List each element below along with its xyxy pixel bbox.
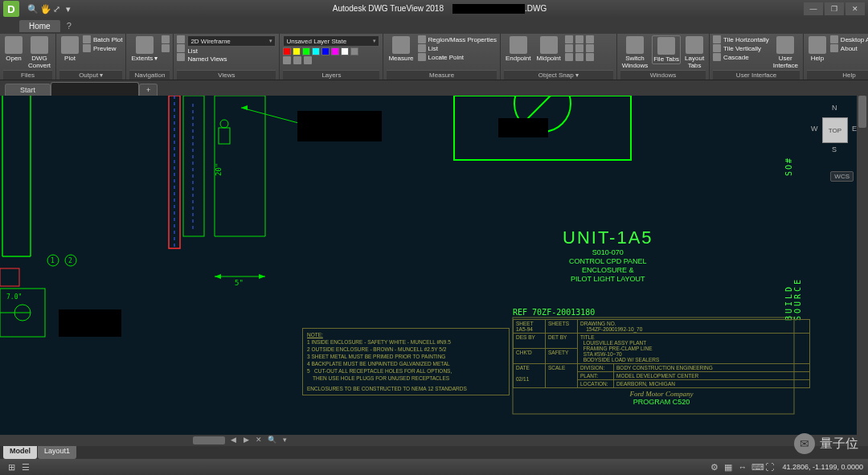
info-icon [830,44,838,52]
scroll-zoom-icon[interactable]: 🔍 [267,436,276,445]
maximize-button[interactable]: ❐ [825,2,844,15]
nav-orbit-button[interactable] [162,44,170,52]
nav-pan-button[interactable] [162,35,170,43]
status-icon[interactable]: ⌨ [751,462,760,473]
scroll-left-icon[interactable]: ◀ [228,436,238,445]
plot-button[interactable]: Plot [59,35,80,63]
cascade-button[interactable]: Cascade [713,53,769,61]
layer-state-combo[interactable]: Unsaved Layer State▾ [283,35,379,47]
open-button[interactable]: Open [3,35,24,63]
list-button[interactable]: List [187,47,276,55]
visual-style-icon [177,35,185,43]
user-interface-button[interactable]: User Interface [772,35,800,70]
tile-vert-button[interactable]: Tile Vertically [713,44,769,52]
tab-start[interactable]: Start [5,84,51,96]
tab-layout1[interactable]: Layout1 [38,446,76,459]
switch-windows-button[interactable]: Switch Windows [620,35,649,70]
named-views-button[interactable] [177,53,185,61]
panel-views: 2D Wireframe▾ List Named Views Views [174,34,280,80]
status-model-icon[interactable]: ⊞ [8,462,17,473]
minimize-button[interactable]: — [804,2,823,15]
redacted-block [297,111,382,141]
qat-extents-icon[interactable]: ⤢ [53,4,63,14]
svg-rect-29 [0,268,19,286]
panel-title-measure: Measure [387,70,497,80]
layer-lock-icon[interactable] [304,56,312,64]
measure-list-button[interactable]: List [418,44,497,52]
layout-tabs-icon [686,36,703,54]
status-grid-icon[interactable]: ☰ [22,462,31,473]
measure-button[interactable]: Measure [387,35,415,63]
status-icon[interactable]: ⚙ [710,462,719,473]
scroll-close-icon[interactable]: ✕ [254,436,264,445]
batch-plot-button[interactable]: Batch Plot [83,35,122,43]
snap-more-1[interactable] [565,35,613,43]
ribbon-help-icon[interactable]: ? [67,21,72,31]
layout-tabs-button[interactable]: Layout Tabs [683,35,706,70]
panel-title-snap[interactable]: Object Snap ▾ [504,70,613,80]
panel-title-output[interactable]: Output ▾ [59,70,122,80]
wechat-icon: ✉ [794,433,815,454]
list-icon [418,44,426,52]
snap-more-2[interactable] [565,44,613,52]
horizontal-scrollbar[interactable]: ◀ ▶ ✕ 🔍 ▾ [0,435,868,446]
viewcube-north[interactable]: N [832,104,837,112]
tab-model[interactable]: Model [3,446,37,459]
about-button[interactable]: About [830,44,868,52]
vertical-scrollbar[interactable] [857,96,868,446]
list-views-button[interactable] [177,44,185,52]
region-props-button[interactable]: Region/Mass Properties [418,35,497,43]
panel-title-views: Views [177,70,276,80]
qat-dropdown-icon[interactable]: ▾ [66,4,76,14]
file-tabs-button[interactable]: File Tabs [652,35,681,64]
panel-output: Plot Batch Plot Preview Output ▾ [56,34,126,80]
help-button[interactable]: Help [807,35,828,63]
scrollbar-thumb[interactable] [193,436,225,444]
preview-button[interactable]: Preview [83,44,122,52]
panel-windows: Switch Windows File Tabs Layout Tabs Win… [617,34,710,80]
title-block: SHEET1A5-94 SHEETS DRAWING NO. 154ZF-200… [513,319,810,406]
tab-new[interactable]: + [139,84,158,96]
svg-text:7.0": 7.0" [6,293,22,301]
viewcube-south[interactable]: S [832,145,837,154]
locate-icon [418,53,426,61]
ribbon-tab-strip: Home ? [0,18,868,34]
folder-open-icon [5,36,23,54]
visual-style-button[interactable] [177,35,185,43]
endpoint-button[interactable]: Endpoint [504,35,533,63]
qat-zoom-icon[interactable]: 🔍 [27,4,37,14]
visual-style-combo[interactable]: 2D Wireframe▾ [187,35,276,47]
tab-home[interactable]: Home [19,20,60,32]
viewcube-top[interactable]: TOP [822,117,848,143]
wcs-badge[interactable]: WCS [830,171,854,182]
panel-measure: Measure Region/Mass Properties List Loca… [383,34,501,80]
drawing-viewport[interactable]: 20" 5" 1 2 7.0" UNIT-1A5 S010-070 CONTR [0,96,868,446]
qat-pan-icon[interactable]: 🖐 [40,4,50,14]
status-icon[interactable]: ⛶ [765,462,774,473]
view-cube[interactable]: N S E W TOP [807,99,863,163]
viewcube-west[interactable]: W [811,125,818,133]
desktop-analytics-button[interactable]: Desktop Analytics [830,35,868,43]
layer-freeze-icon[interactable] [293,56,301,64]
dwg-convert-button[interactable]: DWG Convert [27,35,52,70]
panel-title-layers: Layers [283,70,379,80]
pan-icon [162,35,170,43]
named-views-label[interactable]: Named Views [187,55,276,63]
tab-current-drawing[interactable] [51,82,139,96]
scroll-right-icon[interactable]: ▶ [241,436,251,445]
status-icon[interactable]: ↔ [738,462,747,473]
snap-more-3[interactable] [565,53,613,61]
layer-color-swatches[interactable] [283,47,379,55]
close-button[interactable]: ✕ [845,2,865,15]
batch-plot-icon [83,35,91,43]
tile-horiz-button[interactable]: Tile Horizontally [713,35,769,43]
app-icon[interactable]: D [3,1,19,17]
layer-icon[interactable] [283,56,291,64]
status-icon[interactable]: ▦ [724,462,733,473]
scroll-menu-icon[interactable]: ▾ [280,436,289,445]
midpoint-button[interactable]: Midpoint [535,35,563,63]
scrollbar-thumb[interactable] [858,96,866,128]
locate-point-button[interactable]: Locate Point [418,53,497,61]
svg-text:5": 5" [235,279,244,287]
extents-button[interactable]: Extents ▾ [129,35,159,63]
